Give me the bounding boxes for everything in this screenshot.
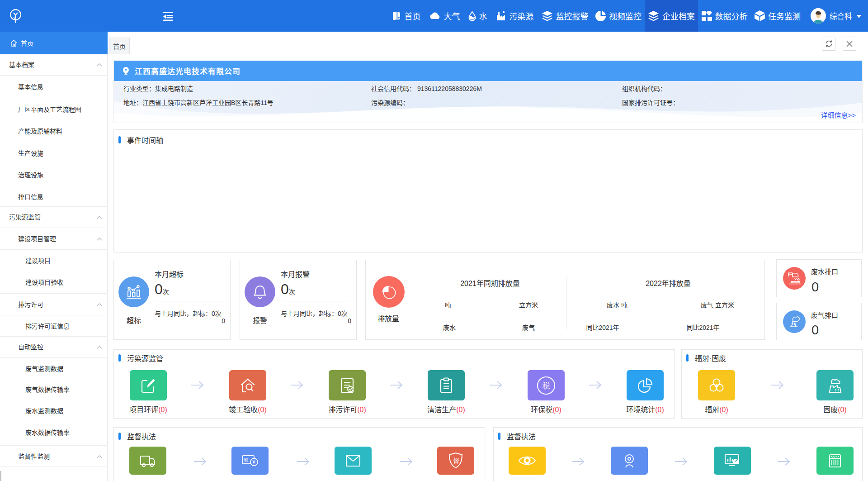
svg-text:税: 税 (244, 457, 248, 462)
svg-text:督: 督 (453, 457, 459, 464)
svg-text:¥: ¥ (252, 459, 256, 465)
